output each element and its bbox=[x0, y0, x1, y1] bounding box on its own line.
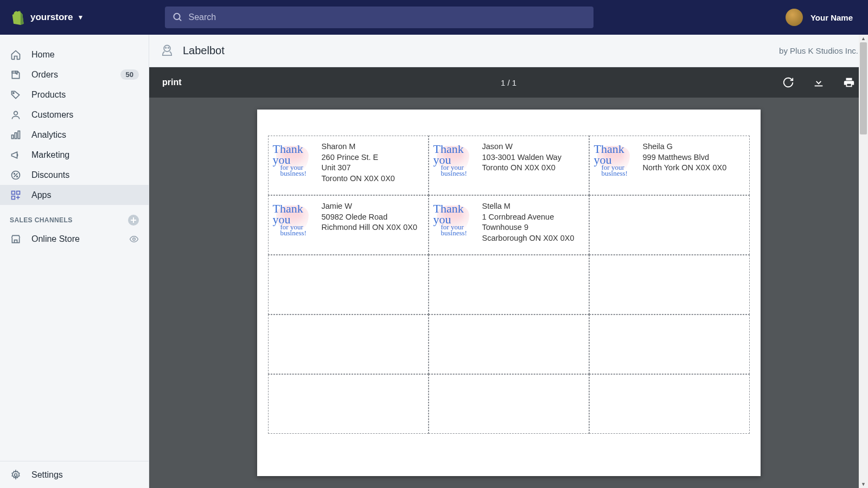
pdf-toolbar: print 1 / 1 bbox=[149, 67, 868, 98]
sidebar-item-home[interactable]: Home bbox=[0, 44, 149, 65]
home-icon bbox=[10, 49, 22, 61]
svg-line-1 bbox=[179, 18, 181, 21]
svg-point-8 bbox=[14, 173, 15, 174]
store-caret-icon[interactable]: ▼ bbox=[77, 14, 84, 21]
sidebar-settings[interactable]: Settings bbox=[0, 461, 149, 488]
label-cell bbox=[429, 314, 589, 374]
label-sheet: Thank youfor your business!Sharon M260 P… bbox=[257, 110, 761, 476]
svg-rect-12 bbox=[12, 196, 15, 199]
thank-you-graphic: Thank youfor your business! bbox=[594, 142, 643, 177]
sidebar-item-marketing[interactable]: Marketing bbox=[0, 145, 149, 165]
svg-point-16 bbox=[165, 47, 166, 48]
sidebar-item-products[interactable]: Products bbox=[0, 85, 149, 105]
pdf-page-count: 1 / 1 bbox=[501, 78, 516, 87]
print-button[interactable] bbox=[843, 76, 855, 88]
scroll-thumb[interactable] bbox=[860, 42, 867, 134]
sidebar-item-label: Analytics bbox=[31, 130, 66, 140]
sales-channels-heading: SALES CHANNELS bbox=[0, 215, 149, 226]
sidebar-item-analytics[interactable]: Analytics bbox=[0, 125, 149, 145]
label-cell bbox=[268, 255, 429, 314]
scroll-down-arrow-icon[interactable]: ▼ bbox=[859, 480, 868, 488]
sidebar: HomeOrders50ProductsCustomersAnalyticsMa… bbox=[0, 35, 149, 488]
label-cell: Thank youfor your business!Stella M1 Cor… bbox=[429, 195, 589, 255]
sidebar-item-customers[interactable]: Customers bbox=[0, 105, 149, 125]
apps-icon bbox=[10, 189, 22, 201]
thank-you-graphic: Thank youfor your business! bbox=[433, 201, 482, 236]
sidebar-item-label: Settings bbox=[31, 470, 63, 480]
label-cell: Thank youfor your business!Sharon M260 P… bbox=[268, 136, 429, 195]
sidebar-item-label: Online Store bbox=[31, 234, 80, 244]
label-cell bbox=[589, 255, 750, 314]
sidebar-item-label: Apps bbox=[31, 190, 51, 200]
orders-icon bbox=[10, 69, 22, 81]
person-icon bbox=[10, 109, 22, 121]
pdf-doc-title: print bbox=[162, 78, 182, 87]
svg-point-13 bbox=[133, 237, 136, 240]
sidebar-item-label: Products bbox=[31, 90, 66, 100]
bars-icon bbox=[10, 129, 22, 141]
user-name[interactable]: Your Name bbox=[810, 13, 853, 22]
svg-rect-4 bbox=[12, 135, 14, 139]
sidebar-item-label: Discounts bbox=[31, 170, 69, 180]
avatar[interactable] bbox=[786, 9, 803, 26]
label-cell bbox=[268, 314, 429, 374]
channel-online-store[interactable]: Online Store bbox=[0, 229, 149, 249]
gear-icon bbox=[10, 469, 22, 481]
add-channel-button[interactable] bbox=[128, 215, 139, 226]
shopify-logo-icon bbox=[10, 10, 25, 25]
window-scrollbar[interactable]: ▲ ▼ bbox=[859, 35, 868, 488]
scroll-up-arrow-icon[interactable]: ▲ bbox=[859, 35, 868, 42]
thank-you-graphic: Thank youfor your business! bbox=[273, 142, 322, 177]
search-input-wrap[interactable] bbox=[165, 7, 593, 28]
eye-icon[interactable] bbox=[129, 234, 139, 244]
rotate-button[interactable] bbox=[782, 76, 794, 88]
thank-you-graphic: Thank youfor your business! bbox=[433, 142, 482, 177]
labelbot-logo-icon bbox=[159, 43, 175, 59]
store-name[interactable]: yourstore bbox=[30, 12, 73, 23]
svg-point-2 bbox=[13, 92, 14, 93]
sidebar-item-label: Home bbox=[31, 50, 55, 60]
svg-rect-5 bbox=[15, 132, 16, 138]
label-cell bbox=[268, 374, 429, 434]
discount-icon bbox=[10, 169, 22, 181]
svg-point-15 bbox=[164, 45, 170, 52]
svg-rect-6 bbox=[18, 131, 20, 138]
label-cell bbox=[589, 314, 750, 374]
orders-badge: 50 bbox=[120, 69, 139, 80]
sidebar-item-discounts[interactable]: Discounts bbox=[0, 165, 149, 185]
address-text: Sharon M260 Prince St. EUnit 307Toronto … bbox=[322, 142, 395, 184]
label-cell bbox=[429, 374, 589, 434]
address-text: Jamie W50982 Olede RoadRichmond Hill ON … bbox=[322, 201, 418, 233]
address-text: Stella M1 Cornbread AvenueTownhouse 9Sca… bbox=[482, 201, 575, 243]
thank-you-graphic: Thank youfor your business! bbox=[273, 201, 322, 236]
label-cell: Thank youfor your business!Jason W103-30… bbox=[429, 136, 589, 195]
svg-point-17 bbox=[168, 47, 169, 48]
svg-point-3 bbox=[14, 111, 18, 115]
svg-point-0 bbox=[174, 14, 180, 20]
search-input[interactable] bbox=[189, 12, 586, 22]
label-cell bbox=[589, 195, 750, 255]
sidebar-item-label: Orders bbox=[31, 70, 58, 80]
download-button[interactable] bbox=[813, 76, 825, 88]
label-cell bbox=[429, 255, 589, 314]
label-cell: Thank youfor your business!Sheila G999 M… bbox=[589, 136, 750, 195]
sidebar-item-orders[interactable]: Orders50 bbox=[0, 65, 149, 85]
store-icon bbox=[10, 233, 22, 245]
label-cell bbox=[589, 374, 750, 434]
megaphone-icon bbox=[10, 149, 22, 161]
sidebar-item-apps[interactable]: Apps bbox=[0, 185, 149, 205]
app-author: by Plus K Studios Inc. bbox=[779, 46, 858, 55]
svg-rect-19 bbox=[847, 84, 851, 86]
svg-point-9 bbox=[17, 176, 18, 177]
app-title: Labelbot bbox=[183, 44, 225, 57]
address-text: Jason W103-3001 Walden WayToronto ON X0X… bbox=[482, 142, 561, 174]
search-icon bbox=[173, 12, 183, 23]
sidebar-item-label: Customers bbox=[31, 110, 73, 120]
sidebar-item-label: Marketing bbox=[31, 150, 69, 160]
svg-rect-11 bbox=[17, 191, 20, 194]
svg-rect-10 bbox=[12, 191, 15, 194]
tag-icon bbox=[10, 89, 22, 101]
label-cell: Thank youfor your business!Jamie W50982 … bbox=[268, 195, 429, 255]
address-text: Sheila G999 Matthews BlvdNorth York ON X… bbox=[643, 142, 727, 174]
svg-rect-18 bbox=[815, 86, 823, 87]
